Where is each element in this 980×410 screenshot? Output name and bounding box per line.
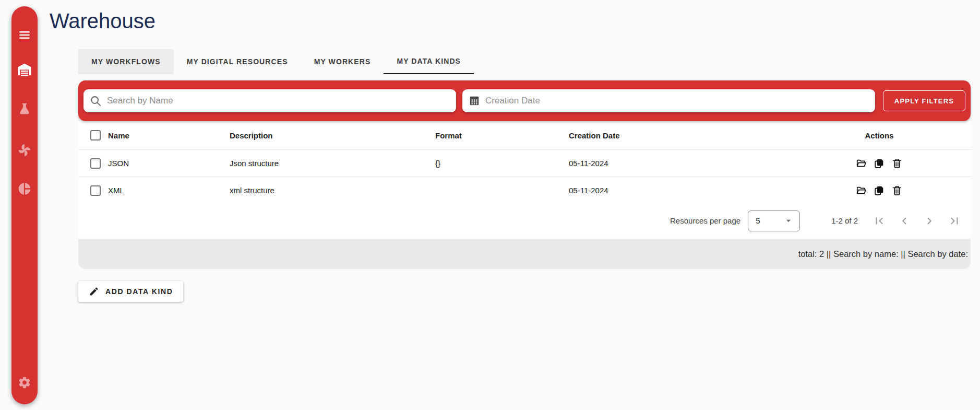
per-page-select[interactable]: 5 — [748, 210, 800, 231]
tab-label: MY WORKFLOWS — [91, 57, 161, 66]
column-header-actions: Actions — [788, 131, 971, 140]
open-folder-icon[interactable] — [856, 158, 867, 169]
warehouse-icon[interactable] — [17, 62, 32, 77]
pencil-icon — [89, 286, 99, 297]
calendar-icon — [469, 95, 480, 107]
menu-icon[interactable] — [18, 29, 31, 41]
paginator: Resources per page 5 1-2 of 2 — [78, 204, 971, 238]
cell-creation-date: 05-11-2024 — [569, 159, 788, 168]
per-page-value: 5 — [756, 216, 760, 225]
tab-label: MY WORKERS — [314, 57, 371, 66]
cell-name: JSON — [108, 159, 230, 168]
chevron-down-icon — [785, 217, 792, 225]
open-folder-icon[interactable] — [856, 185, 867, 196]
tab-my-data-kinds[interactable]: MY DATA KINDS — [384, 49, 474, 74]
previous-page-icon[interactable] — [898, 214, 911, 228]
tab-my-workflows[interactable]: MY WORKFLOWS — [78, 49, 174, 74]
cell-description: Json structure — [230, 159, 435, 168]
cell-name: XML — [108, 186, 230, 195]
table-row: XML xml structure 05-11-2024 — [78, 177, 971, 204]
filter-bar: APPLY FILTERS — [78, 80, 971, 121]
search-icon — [90, 95, 102, 107]
status-bar: total: 2 || Search by name: || Search by… — [78, 239, 971, 269]
add-data-kind-button[interactable]: ADD DATA KIND — [78, 281, 183, 302]
tab-my-workers[interactable]: MY WORKERS — [301, 49, 384, 74]
per-page-label: Resources per page — [670, 216, 740, 225]
cell-format: {} — [435, 159, 569, 168]
paginator-nav — [873, 214, 961, 228]
column-header-format: Format — [435, 131, 569, 140]
fan-icon[interactable] — [18, 143, 32, 157]
row-checkbox[interactable] — [90, 185, 101, 196]
first-page-icon[interactable] — [873, 214, 886, 228]
apply-filters-button[interactable]: APPLY FILTERS — [883, 90, 965, 111]
cell-creation-date: 05-11-2024 — [569, 186, 788, 195]
tab-label: MY DIGITAL RESOURCES — [187, 57, 288, 66]
column-header-name: Name — [108, 131, 230, 140]
cell-description: xml structure — [230, 186, 435, 195]
table-row: JSON Json structure {} 05-11-2024 — [78, 149, 971, 177]
add-data-kind-label: ADD DATA KIND — [105, 287, 173, 296]
delete-icon[interactable] — [891, 185, 903, 196]
creation-date-input[interactable] — [485, 96, 869, 106]
column-header-description: Description — [230, 131, 435, 140]
status-text: total: 2 || Search by name: || Search by… — [798, 249, 968, 259]
next-page-icon[interactable] — [923, 214, 936, 228]
pie-chart-icon[interactable] — [18, 182, 32, 196]
data-kinds-table: Name Description Format Creation Date Ac… — [78, 121, 971, 238]
delete-icon[interactable] — [891, 158, 903, 169]
search-input[interactable] — [107, 96, 450, 106]
last-page-icon[interactable] — [948, 214, 961, 228]
tab-label: MY DATA KINDS — [397, 57, 461, 65]
flask-icon[interactable] — [18, 102, 32, 116]
sidebar — [11, 6, 38, 404]
page-title: Warehouse — [50, 9, 156, 33]
copy-icon[interactable] — [874, 185, 885, 196]
tab-my-digital-resources[interactable]: MY DIGITAL RESOURCES — [174, 49, 301, 74]
tab-bar: MY WORKFLOWS MY DIGITAL RESOURCES MY WOR… — [78, 49, 474, 74]
select-all-checkbox[interactable] — [90, 130, 101, 140]
date-field-wrap — [462, 89, 875, 112]
search-field-wrap — [83, 89, 456, 112]
copy-icon[interactable] — [874, 158, 885, 169]
column-header-creation-date: Creation Date — [569, 131, 788, 140]
page-range-label: 1-2 of 2 — [831, 216, 858, 225]
gear-icon[interactable] — [18, 376, 32, 390]
data-kinds-card: APPLY FILTERS Name Description Format Cr… — [78, 80, 971, 269]
table-header-row: Name Description Format Creation Date Ac… — [78, 121, 971, 149]
row-checkbox[interactable] — [90, 158, 101, 169]
